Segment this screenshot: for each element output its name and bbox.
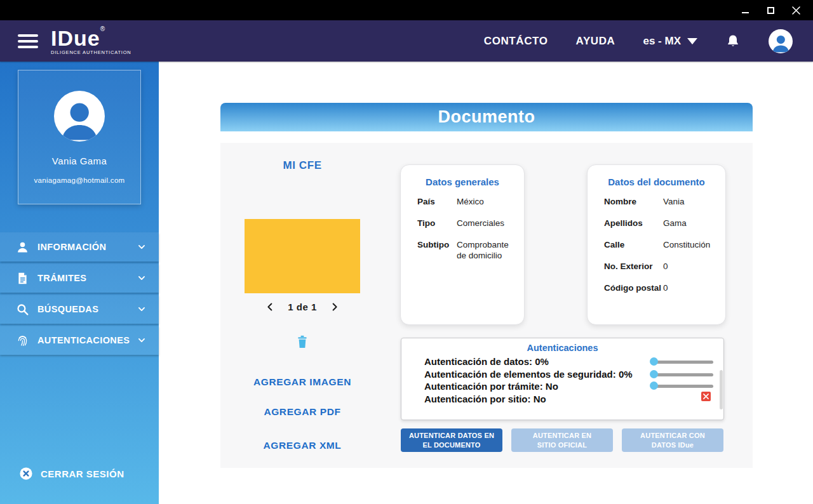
document-preview-image[interactable] bbox=[245, 219, 360, 293]
sidebar-item-busquedas[interactable]: BÚSQUEDAS bbox=[0, 295, 159, 324]
autenticaciones-title: Autenticaciones bbox=[401, 343, 723, 353]
logo-registered-mark: ® bbox=[100, 25, 105, 32]
auth-datos-slider[interactable] bbox=[652, 357, 713, 366]
person-icon bbox=[770, 32, 791, 53]
sidebar-item-label: TRÁMITES bbox=[37, 273, 86, 283]
page-title: Documento bbox=[438, 107, 535, 127]
auth-status-line: Autenticación de elementos de seguridad:… bbox=[424, 368, 633, 381]
autenticar-datos-idue-button[interactable]: AUTENTICAR CON DATOS IDue bbox=[622, 428, 723, 452]
row-label: Subtipo bbox=[417, 239, 457, 250]
bell-icon bbox=[725, 34, 741, 49]
chevron-down-icon bbox=[137, 242, 146, 251]
document-icon bbox=[16, 272, 29, 285]
autenticar-sitio-oficial-button[interactable]: AUTENTICAR EN SITIO OFICIAL bbox=[511, 428, 613, 452]
trash-icon bbox=[296, 335, 309, 349]
nav-ayuda[interactable]: AYUDA bbox=[576, 35, 615, 48]
row-value: 0 bbox=[663, 282, 668, 293]
page-indicator: 1 de 1 bbox=[288, 302, 317, 312]
add-xml-link[interactable]: AGREGAR XML bbox=[220, 440, 384, 451]
user-avatar[interactable] bbox=[769, 29, 793, 53]
autenticar-datos-documento-button[interactable]: AUTENTICAR DATOS EN EL DOCUMENTO bbox=[401, 428, 502, 452]
slider-track bbox=[652, 373, 713, 376]
auth-tramite-slider[interactable] bbox=[652, 381, 713, 390]
row-label: Nombre bbox=[604, 196, 663, 207]
slider-thumb[interactable] bbox=[650, 357, 658, 366]
data-row: País México bbox=[417, 196, 515, 207]
add-pdf-link[interactable]: AGREGAR PDF bbox=[220, 406, 384, 418]
data-row: Calle Constitución bbox=[604, 239, 716, 250]
close-icon bbox=[792, 6, 800, 15]
header-nav: CONTÁCTO AYUDA es - MX bbox=[484, 29, 813, 53]
document-name: MI CFE bbox=[220, 159, 384, 172]
chevron-down-icon bbox=[137, 305, 146, 314]
next-page-button[interactable] bbox=[330, 302, 339, 312]
minimize-button[interactable] bbox=[737, 3, 753, 17]
row-value: Comprobante de domicilio bbox=[457, 239, 515, 261]
person-icon bbox=[57, 97, 102, 142]
search-icon bbox=[16, 303, 29, 316]
page-navigator: 1 de 1 bbox=[220, 302, 384, 312]
profile-avatar bbox=[54, 91, 105, 142]
language-dropdown[interactable]: es - MX bbox=[643, 35, 697, 48]
os-titlebar bbox=[0, 0, 813, 20]
previous-page-button[interactable] bbox=[265, 302, 275, 312]
row-value: Gama bbox=[663, 218, 687, 229]
logout-label: CERRAR SESIÓN bbox=[41, 468, 124, 479]
data-row: Apellidos Gama bbox=[604, 218, 716, 229]
language-label: es - MX bbox=[643, 35, 681, 48]
row-label: No. Exterior bbox=[604, 261, 663, 272]
maximize-button[interactable] bbox=[762, 3, 779, 17]
maximize-icon bbox=[767, 7, 774, 14]
datos-generales-card: Datos generales País México Tipo Comerci… bbox=[400, 164, 525, 325]
row-value: Comerciales bbox=[457, 218, 504, 229]
data-row: Nombre Vania bbox=[604, 196, 716, 207]
dropdown-arrow-icon bbox=[687, 38, 697, 44]
sidebar-item-tramites[interactable]: TRÁMITES bbox=[0, 263, 159, 293]
profile-name: Vania Gama bbox=[52, 156, 107, 166]
document-panel: MI CFE 1 de 1 AGREGAR IMAGEN AGREGAR PDF… bbox=[220, 143, 753, 468]
slider-track bbox=[652, 385, 713, 388]
auth-status-line: Autenticación por sitio: No bbox=[424, 393, 633, 406]
page-title-banner: Documento bbox=[220, 103, 753, 131]
data-row: Tipo Comerciales bbox=[417, 218, 515, 229]
close-circle-icon bbox=[19, 467, 33, 481]
row-label: Tipo bbox=[417, 218, 457, 229]
card-title: Datos generales bbox=[401, 176, 524, 187]
fingerprint-icon bbox=[16, 334, 29, 347]
auth-status-line: Autenticación de datos: 0% bbox=[424, 355, 633, 368]
auth-seguridad-slider[interactable] bbox=[652, 370, 713, 378]
slider-track bbox=[652, 361, 713, 364]
chevron-down-icon bbox=[137, 274, 146, 282]
data-row: Código postal 0 bbox=[604, 282, 716, 293]
chevron-down-icon bbox=[137, 336, 146, 345]
close-button[interactable] bbox=[788, 3, 804, 17]
row-value: México bbox=[457, 196, 484, 207]
add-image-link[interactable]: AGREGAR IMAGEN bbox=[220, 376, 384, 388]
profile-card: Vania Gama vaniagamag@hotmail.com bbox=[18, 70, 141, 204]
sidebar-item-autenticaciones[interactable]: AUTENTICACIONES bbox=[0, 326, 159, 355]
sidebar-item-informacion[interactable]: INFORMACIÓN bbox=[0, 232, 159, 262]
panel-scrollbar[interactable] bbox=[720, 370, 723, 409]
logo-title: IDue bbox=[51, 26, 100, 50]
row-label: Calle bbox=[604, 239, 663, 250]
data-row: No. Exterior 0 bbox=[604, 261, 716, 272]
sidebar-item-label: BÚSQUEDAS bbox=[37, 304, 98, 314]
slider-thumb[interactable] bbox=[650, 370, 658, 378]
sidebar-item-label: INFORMACIÓN bbox=[37, 242, 106, 252]
sidebar-item-label: AUTENTICACIONES bbox=[37, 335, 130, 345]
slider-thumb[interactable] bbox=[650, 381, 658, 390]
sidebar-menu: INFORMACIÓN TRÁMITES BÚSQUEDAS bbox=[0, 232, 159, 357]
app-window: IDue® DILIGENCE AUTHENTICATION CONTÁCTO … bbox=[0, 0, 813, 504]
auth-status-line: Autenticación por trámite: No bbox=[424, 380, 633, 393]
row-value: 0 bbox=[663, 261, 668, 272]
autenticaciones-panel: Autenticaciones Autenticación de datos: … bbox=[401, 338, 724, 420]
row-label: Código postal bbox=[604, 282, 663, 293]
logout-button[interactable]: CERRAR SESIÓN bbox=[19, 467, 124, 481]
delete-document-button[interactable] bbox=[296, 335, 309, 349]
minimize-icon bbox=[742, 12, 749, 13]
sidebar: Vania Gama vaniagamag@hotmail.com INFORM… bbox=[0, 62, 159, 504]
row-label: Apellidos bbox=[604, 218, 663, 229]
notifications-button[interactable] bbox=[725, 34, 741, 49]
hamburger-menu-icon[interactable] bbox=[18, 34, 38, 48]
nav-contacto[interactable]: CONTÁCTO bbox=[484, 35, 548, 48]
